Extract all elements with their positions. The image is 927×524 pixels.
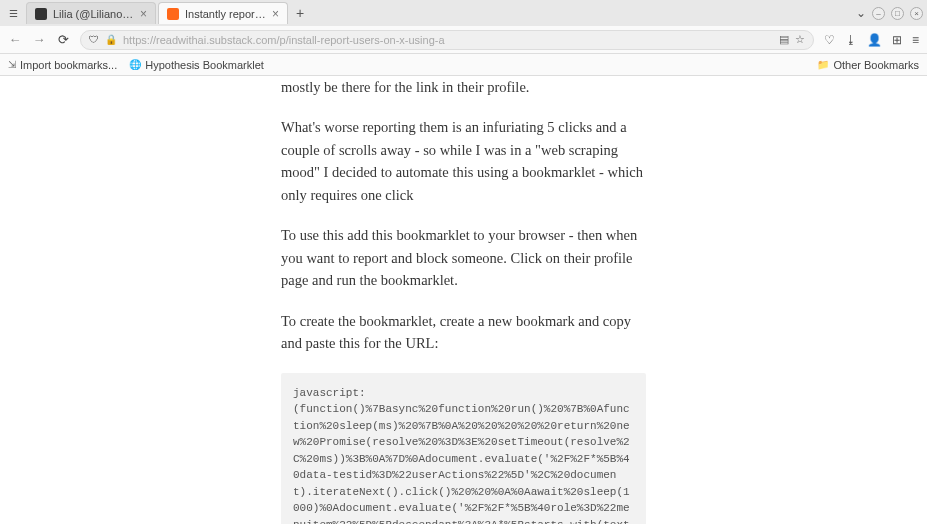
menu-icon[interactable]: ≡ [912,33,919,47]
close-icon[interactable]: × [272,7,279,21]
page-content[interactable]: mostly be there for the link in their pr… [0,76,927,524]
url-input[interactable]: 🛡 🔒 https://readwithai.substack.com/p/in… [80,30,814,50]
url-text: https://readwithai.substack.com/p/instal… [123,34,773,46]
reader-mode-icon[interactable]: ▤ [779,33,789,46]
browser-chrome: ☰ Lilia (@Lilianoko_) / X × Instantly re… [0,0,927,76]
tab-substack-article[interactable]: Instantly report users on × [158,2,288,24]
new-tab-button[interactable]: + [290,3,310,23]
substack-favicon-icon [167,8,179,20]
bookmark-label: Hypothesis Bookmarklet [145,59,264,71]
x-favicon-icon [35,8,47,20]
folder-icon: 📁 [817,59,829,70]
import-icon: ⇲ [8,59,16,70]
bookmark-label: Other Bookmarks [833,59,919,71]
import-bookmarks-item[interactable]: ⇲ Import bookmarks... [8,59,117,71]
extensions-icon[interactable]: ⊞ [892,33,902,47]
article-body: mostly be there for the link in their pr… [141,76,786,524]
shield-icon[interactable]: 🛡 [89,34,99,45]
address-bar: ← → ⟳ 🛡 🔒 https://readwithai.substack.co… [0,26,927,54]
downloads-icon[interactable]: ⭳ [845,33,857,47]
bookmark-star-icon[interactable]: ☆ [795,33,805,46]
maximize-button[interactable]: □ [891,7,904,20]
hypothesis-bookmarklet-item[interactable]: 🌐 Hypothesis Bookmarklet [129,59,264,71]
globe-icon: 🌐 [129,59,141,70]
paragraph: mostly be there for the link in their pr… [281,76,646,98]
other-bookmarks-folder[interactable]: 📁 Other Bookmarks [817,59,919,71]
tab-title: Instantly report users on [185,8,266,20]
forward-button[interactable]: → [32,32,46,47]
reload-button[interactable]: ⟳ [56,32,70,47]
close-icon[interactable]: × [140,7,147,21]
paragraph: To use this add this bookmarklet to your… [281,224,646,291]
close-window-button[interactable]: × [910,7,923,20]
lock-icon[interactable]: 🔒 [105,34,117,45]
tab-title: Lilia (@Lilianoko_) / X [53,8,134,20]
account-icon[interactable]: 👤 [867,33,882,47]
bookmarks-bar: ⇲ Import bookmarks... 🌐 Hypothesis Bookm… [0,54,927,76]
tab-bar: ☰ Lilia (@Lilianoko_) / X × Instantly re… [0,0,927,26]
minimize-button[interactable]: – [872,7,885,20]
paragraph: What's worse reporting them is an infuri… [281,116,646,206]
tab-lilia-x[interactable]: Lilia (@Lilianoko_) / X × [26,2,156,24]
app-menu-icon[interactable]: ☰ [4,4,22,22]
back-button[interactable]: ← [8,32,22,47]
paragraph: To create the bookmarklet, create a new … [281,310,646,355]
save-pocket-icon[interactable]: ♡ [824,33,835,47]
tabs-dropdown-icon[interactable]: ⌄ [856,6,866,20]
code-block[interactable]: javascript: (function()%7Basync%20functi… [281,373,646,524]
bookmark-label: Import bookmarks... [20,59,117,71]
